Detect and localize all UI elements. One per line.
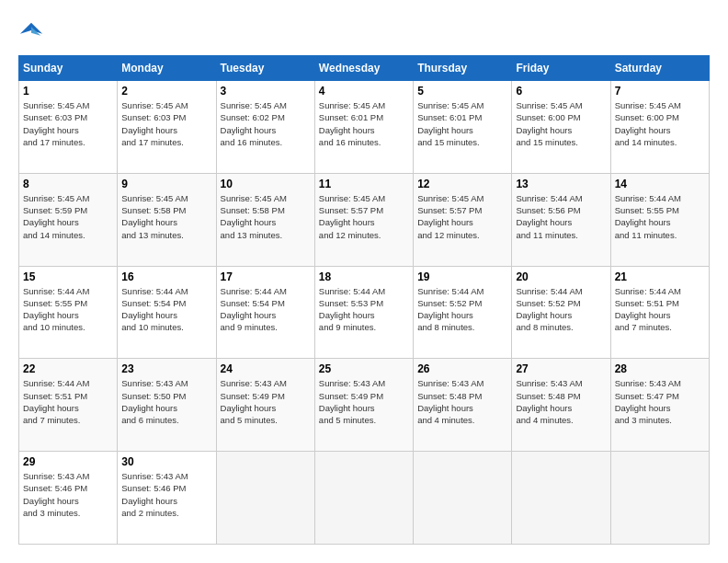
day-info: Sunrise: 5:44 AM Sunset: 5:51 PM Dayligh… xyxy=(615,285,705,334)
day-number: 8 xyxy=(23,178,113,190)
day-number: 10 xyxy=(221,178,311,190)
day-info: Sunrise: 5:44 AM Sunset: 5:52 PM Dayligh… xyxy=(516,285,606,334)
day-info: Sunrise: 5:45 AM Sunset: 5:57 PM Dayligh… xyxy=(319,192,409,241)
table-row: 4 Sunrise: 5:45 AM Sunset: 6:01 PM Dayli… xyxy=(314,81,413,174)
day-info: Sunrise: 5:43 AM Sunset: 5:49 PM Dayligh… xyxy=(319,377,409,426)
logo-icon xyxy=(18,18,44,44)
day-info: Sunrise: 5:44 AM Sunset: 5:52 PM Dayligh… xyxy=(417,285,507,334)
table-row: 25 Sunrise: 5:43 AM Sunset: 5:49 PM Dayl… xyxy=(314,359,413,452)
calendar-table: Sunday Monday Tuesday Wednesday Thursday… xyxy=(18,55,710,545)
table-row xyxy=(610,452,709,545)
table-row: 27 Sunrise: 5:43 AM Sunset: 5:48 PM Dayl… xyxy=(512,359,610,452)
table-row xyxy=(512,452,610,545)
day-number: 3 xyxy=(221,85,311,98)
col-tuesday: Tuesday xyxy=(216,56,314,81)
table-row: 12 Sunrise: 5:45 AM Sunset: 5:57 PM Dayl… xyxy=(414,173,512,266)
day-info: Sunrise: 5:45 AM Sunset: 5:57 PM Dayligh… xyxy=(417,192,507,241)
day-info: Sunrise: 5:45 AM Sunset: 6:01 PM Dayligh… xyxy=(319,99,409,148)
day-info: Sunrise: 5:43 AM Sunset: 5:50 PM Dayligh… xyxy=(121,377,211,426)
day-info: Sunrise: 5:44 AM Sunset: 5:54 PM Dayligh… xyxy=(221,285,311,334)
day-info: Sunrise: 5:45 AM Sunset: 6:00 PM Dayligh… xyxy=(615,99,705,148)
table-row: 3 Sunrise: 5:45 AM Sunset: 6:02 PM Dayli… xyxy=(216,81,314,174)
table-row xyxy=(414,452,512,545)
day-number: 17 xyxy=(221,270,311,283)
table-row: 16 Sunrise: 5:44 AM Sunset: 5:54 PM Dayl… xyxy=(118,266,216,359)
day-number: 18 xyxy=(319,270,409,283)
day-info: Sunrise: 5:44 AM Sunset: 5:55 PM Dayligh… xyxy=(615,192,705,241)
table-row: 15 Sunrise: 5:44 AM Sunset: 5:55 PM Dayl… xyxy=(19,266,118,359)
day-number: 25 xyxy=(319,362,409,375)
day-number: 11 xyxy=(319,178,409,190)
day-info: Sunrise: 5:43 AM Sunset: 5:48 PM Dayligh… xyxy=(516,377,606,426)
day-number: 13 xyxy=(516,178,606,190)
day-info: Sunrise: 5:44 AM Sunset: 5:51 PM Dayligh… xyxy=(23,377,113,426)
table-row: 28 Sunrise: 5:43 AM Sunset: 5:47 PM Dayl… xyxy=(610,359,709,452)
day-info: Sunrise: 5:43 AM Sunset: 5:47 PM Dayligh… xyxy=(615,377,705,426)
calendar-week-row: 22 Sunrise: 5:44 AM Sunset: 5:51 PM Dayl… xyxy=(19,359,710,452)
calendar-week-row: 1 Sunrise: 5:45 AM Sunset: 6:03 PM Dayli… xyxy=(19,81,710,174)
day-number: 14 xyxy=(615,178,705,190)
day-info: Sunrise: 5:45 AM Sunset: 6:03 PM Dayligh… xyxy=(121,99,211,148)
table-row: 18 Sunrise: 5:44 AM Sunset: 5:53 PM Dayl… xyxy=(314,266,413,359)
logo xyxy=(18,18,48,44)
table-row: 13 Sunrise: 5:44 AM Sunset: 5:56 PM Dayl… xyxy=(512,173,610,266)
table-row: 24 Sunrise: 5:43 AM Sunset: 5:49 PM Dayl… xyxy=(216,359,314,452)
day-number: 9 xyxy=(121,178,211,190)
day-number: 15 xyxy=(23,270,113,283)
table-row: 7 Sunrise: 5:45 AM Sunset: 6:00 PM Dayli… xyxy=(610,81,709,174)
calendar-week-row: 29 Sunrise: 5:43 AM Sunset: 5:46 PM Dayl… xyxy=(19,452,710,545)
table-row: 14 Sunrise: 5:44 AM Sunset: 5:55 PM Dayl… xyxy=(610,173,709,266)
table-row: 19 Sunrise: 5:44 AM Sunset: 5:52 PM Dayl… xyxy=(414,266,512,359)
table-row: 11 Sunrise: 5:45 AM Sunset: 5:57 PM Dayl… xyxy=(314,173,413,266)
table-row: 30 Sunrise: 5:43 AM Sunset: 5:46 PM Dayl… xyxy=(118,452,216,545)
col-friday: Friday xyxy=(512,56,610,81)
table-row xyxy=(314,452,413,545)
day-number: 24 xyxy=(221,362,311,375)
day-info: Sunrise: 5:45 AM Sunset: 5:59 PM Dayligh… xyxy=(23,192,113,241)
day-number: 26 xyxy=(417,362,507,375)
table-row: 17 Sunrise: 5:44 AM Sunset: 5:54 PM Dayl… xyxy=(216,266,314,359)
day-number: 16 xyxy=(121,270,211,283)
day-number: 30 xyxy=(121,455,211,468)
calendar-header-row: Sunday Monday Tuesday Wednesday Thursday… xyxy=(19,56,710,81)
day-info: Sunrise: 5:43 AM Sunset: 5:46 PM Dayligh… xyxy=(23,470,113,519)
table-row: 1 Sunrise: 5:45 AM Sunset: 6:03 PM Dayli… xyxy=(19,81,118,174)
day-number: 5 xyxy=(417,85,507,98)
day-info: Sunrise: 5:44 AM Sunset: 5:54 PM Dayligh… xyxy=(121,285,211,334)
col-saturday: Saturday xyxy=(610,56,709,81)
day-info: Sunrise: 5:45 AM Sunset: 5:58 PM Dayligh… xyxy=(221,192,311,241)
day-info: Sunrise: 5:43 AM Sunset: 5:48 PM Dayligh… xyxy=(417,377,507,426)
day-number: 27 xyxy=(516,362,606,375)
table-row: 21 Sunrise: 5:44 AM Sunset: 5:51 PM Dayl… xyxy=(610,266,709,359)
calendar-week-row: 15 Sunrise: 5:44 AM Sunset: 5:55 PM Dayl… xyxy=(19,266,710,359)
day-info: Sunrise: 5:45 AM Sunset: 6:03 PM Dayligh… xyxy=(23,99,113,148)
day-number: 20 xyxy=(516,270,606,283)
table-row: 22 Sunrise: 5:44 AM Sunset: 5:51 PM Dayl… xyxy=(19,359,118,452)
day-number: 6 xyxy=(516,85,606,98)
day-info: Sunrise: 5:45 AM Sunset: 6:02 PM Dayligh… xyxy=(221,99,311,148)
table-row: 10 Sunrise: 5:45 AM Sunset: 5:58 PM Dayl… xyxy=(216,173,314,266)
col-wednesday: Wednesday xyxy=(314,56,413,81)
day-info: Sunrise: 5:44 AM Sunset: 5:53 PM Dayligh… xyxy=(319,285,409,334)
day-number: 4 xyxy=(319,85,409,98)
day-number: 2 xyxy=(121,85,211,98)
table-row: 29 Sunrise: 5:43 AM Sunset: 5:46 PM Dayl… xyxy=(19,452,118,545)
day-info: Sunrise: 5:45 AM Sunset: 6:01 PM Dayligh… xyxy=(417,99,507,148)
table-row: 23 Sunrise: 5:43 AM Sunset: 5:50 PM Dayl… xyxy=(118,359,216,452)
table-row: 9 Sunrise: 5:45 AM Sunset: 5:58 PM Dayli… xyxy=(118,173,216,266)
table-row: 20 Sunrise: 5:44 AM Sunset: 5:52 PM Dayl… xyxy=(512,266,610,359)
day-info: Sunrise: 5:45 AM Sunset: 6:00 PM Dayligh… xyxy=(516,99,606,148)
table-row: 6 Sunrise: 5:45 AM Sunset: 6:00 PM Dayli… xyxy=(512,81,610,174)
table-row: 26 Sunrise: 5:43 AM Sunset: 5:48 PM Dayl… xyxy=(414,359,512,452)
col-monday: Monday xyxy=(118,56,216,81)
day-info: Sunrise: 5:43 AM Sunset: 5:46 PM Dayligh… xyxy=(121,470,211,519)
day-number: 19 xyxy=(417,270,507,283)
day-number: 28 xyxy=(615,362,705,375)
day-number: 23 xyxy=(121,362,211,375)
table-row: 5 Sunrise: 5:45 AM Sunset: 6:01 PM Dayli… xyxy=(414,81,512,174)
day-number: 22 xyxy=(23,362,113,375)
day-info: Sunrise: 5:44 AM Sunset: 5:56 PM Dayligh… xyxy=(516,192,606,241)
page: Sunday Monday Tuesday Wednesday Thursday… xyxy=(0,0,728,563)
table-row: 2 Sunrise: 5:45 AM Sunset: 6:03 PM Dayli… xyxy=(118,81,216,174)
day-info: Sunrise: 5:43 AM Sunset: 5:49 PM Dayligh… xyxy=(221,377,311,426)
